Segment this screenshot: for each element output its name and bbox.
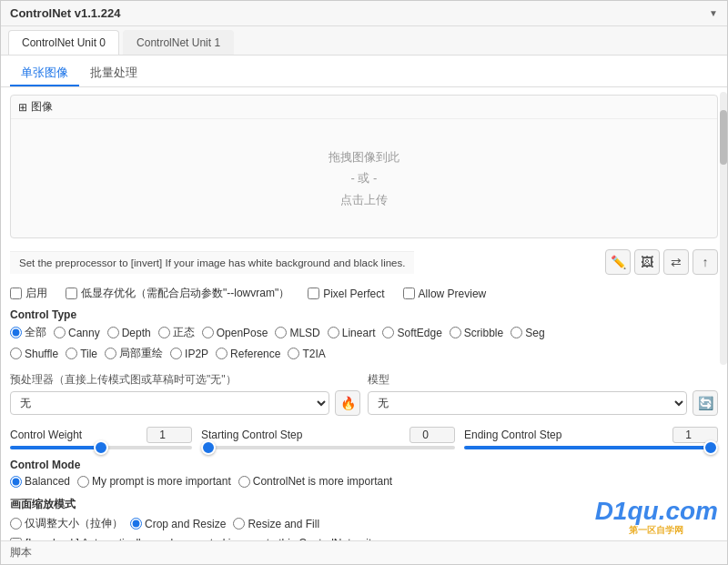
starting-step-slider-item: Starting Control Step: [201, 427, 455, 449]
panel-header: ControlNet v1.1.224 ▼: [1, 1, 727, 26]
radio-normal[interactable]: 正态: [158, 325, 195, 340]
image-upload-area[interactable]: ⊞ 图像 拖拽图像到此 - 或 - 点击上传: [10, 95, 718, 238]
model-sync-btn[interactable]: 🔄: [693, 390, 718, 416]
radio-scribble[interactable]: Scribble: [450, 327, 503, 339]
main-checkboxes-row: 启用 低显存优化（需配合启动参数"--lowvram"） Pixel Perfe…: [10, 282, 718, 305]
mode-controlnet[interactable]: ControlNet is more important: [238, 475, 392, 488]
or-text: - 或 -: [351, 167, 378, 188]
radio-tile[interactable]: Tile: [66, 348, 97, 360]
radio-softedge[interactable]: SoftEdge: [382, 327, 441, 339]
model-col: 模型 无 🔄: [368, 372, 718, 416]
radio-canny[interactable]: Canny: [54, 327, 100, 339]
radio-reference[interactable]: Reference: [216, 348, 280, 360]
hint-text: Set the preprocessor to [invert] If your…: [10, 251, 414, 274]
control-weight-slider-item: Control Weight: [10, 427, 192, 449]
pixel-perfect-label: Pixel Perfect: [323, 288, 384, 300]
preprocessor-col: 预处理器（直接上传模式图或草稿时可选"无"） 无 🔥: [10, 372, 360, 416]
enable-label: 启用: [25, 286, 47, 301]
control-mode-section: Control Mode Balanced My prompt is more …: [10, 455, 718, 489]
control-type-label: Control Type: [10, 305, 718, 323]
tab-single-image[interactable]: 单张图像: [10, 61, 79, 86]
image-button[interactable]: 🖼: [634, 249, 660, 275]
main-container: ControlNet v1.1.224 ▼ ControlNet Unit 0 …: [0, 0, 728, 565]
footer-bar: 脚本: [1, 540, 727, 564]
control-weight-range[interactable]: [10, 446, 192, 449]
allow-preview-checkbox[interactable]: [403, 288, 415, 299]
radio-seg[interactable]: Seg: [511, 327, 544, 339]
edit-button[interactable]: ✏️: [605, 249, 631, 275]
watermark-line2: 第一区自学网: [595, 524, 718, 537]
low-vram-label: 低显存优化（需配合启动参数"--lowvram"）: [81, 286, 289, 301]
ending-step-range[interactable]: [464, 446, 718, 449]
preprocessor-select-row: 无 🔥: [10, 390, 360, 416]
enable-checkbox-label[interactable]: 启用: [10, 286, 47, 301]
collapse-icon[interactable]: ▼: [709, 8, 718, 18]
image-toolbar: ✏️ 🖼 ⇄ ↑: [605, 249, 718, 275]
sub-tabs: 单张图像 批量处理: [1, 55, 727, 87]
watermark-line1: D1qu.com: [595, 499, 718, 524]
swap-button[interactable]: ⇄: [663, 249, 689, 275]
footer-label: 脚本: [10, 546, 32, 559]
tab-unit-0[interactable]: ControlNet Unit 0: [8, 30, 119, 55]
allow-preview-label: Allow Preview: [419, 288, 487, 300]
image-drop-zone[interactable]: 拖拽图像到此 - 或 - 点击上传: [11, 119, 717, 237]
starting-step-range[interactable]: [201, 446, 455, 449]
panel-title: ControlNet v1.1.224: [10, 6, 120, 20]
starting-step-label: Starting Control Step: [201, 429, 302, 441]
unit-tabs: ControlNet Unit 0 ControlNet Unit 1: [1, 26, 727, 55]
mode-balanced[interactable]: Balanced: [10, 475, 70, 488]
zoom-fill[interactable]: Resize and Fill: [233, 518, 319, 530]
radio-t2ia[interactable]: T2IA: [288, 348, 325, 360]
tab-unit-1[interactable]: ControlNet Unit 1: [123, 30, 234, 55]
radio-depth[interactable]: Depth: [107, 327, 151, 339]
enable-checkbox[interactable]: [10, 288, 22, 299]
radio-openpose[interactable]: OpenPose: [202, 327, 268, 339]
image-header-icon: ⊞: [18, 101, 27, 114]
image-header-label: 图像: [31, 99, 53, 115]
control-mode-label: Control Mode: [10, 455, 718, 473]
radio-mlsd[interactable]: MLSD: [275, 327, 319, 339]
radio-shuffle[interactable]: Shuffle: [10, 348, 58, 360]
scrollbar-thumb[interactable]: [720, 110, 727, 165]
radio-lineart[interactable]: Lineart: [328, 327, 376, 339]
control-type-row1: 全部 Canny Depth 正态 OpenPose MLSD: [10, 323, 718, 342]
preprocessor-select[interactable]: 无: [10, 391, 329, 415]
model-select[interactable]: 无: [368, 391, 687, 415]
tab-batch[interactable]: 批量处理: [79, 61, 148, 86]
watermark: D1qu.com 第一区自学网: [595, 499, 718, 537]
image-header: ⊞ 图像: [11, 96, 717, 119]
radio-ip2p[interactable]: IP2P: [170, 348, 208, 360]
radio-all[interactable]: 全部: [10, 325, 46, 340]
pixel-perfect-checkbox[interactable]: [308, 288, 319, 299]
pixel-perfect-checkbox-label[interactable]: Pixel Perfect: [308, 288, 384, 300]
ending-step-slider-item: Ending Control Step: [464, 427, 718, 449]
model-select-row: 无 🔄: [368, 390, 718, 416]
control-weight-label: Control Weight: [10, 429, 82, 441]
upload-text: 点击上传: [340, 189, 388, 210]
send-button[interactable]: ↑: [693, 249, 718, 275]
control-mode-row: Balanced My prompt is more important Con…: [10, 473, 718, 489]
radio-inpaint[interactable]: 局部重绘: [105, 346, 163, 361]
drag-text: 拖拽图像到此: [329, 146, 399, 167]
allow-preview-checkbox-label[interactable]: Allow Preview: [403, 288, 487, 300]
mode-prompt[interactable]: My prompt is more important: [77, 475, 231, 488]
zoom-crop[interactable]: Crop and Resize: [130, 518, 226, 530]
low-vram-checkbox-label[interactable]: 低显存优化（需配合启动参数"--lowvram"）: [66, 286, 289, 301]
model-label: 模型: [368, 372, 718, 388]
low-vram-checkbox[interactable]: [66, 288, 77, 299]
sliders-row: Control Weight Starting Control Step End…: [10, 427, 718, 449]
ending-step-label: Ending Control Step: [464, 429, 561, 441]
preprocessor-model-row: 预处理器（直接上传模式图或草稿时可选"无"） 无 🔥 模型 无 🔄: [10, 368, 718, 419]
preprocessor-label: 预处理器（直接上传模式图或草稿时可选"无"）: [10, 372, 360, 388]
zoom-stretch[interactable]: 仅调整大小（拉伸）: [10, 516, 123, 531]
preprocessor-refresh-btn[interactable]: 🔥: [335, 390, 360, 416]
control-type-row2: Shuffle Tile 局部重绘 IP2P Reference T2IA: [10, 344, 718, 363]
scrollbar[interactable]: [720, 92, 727, 365]
